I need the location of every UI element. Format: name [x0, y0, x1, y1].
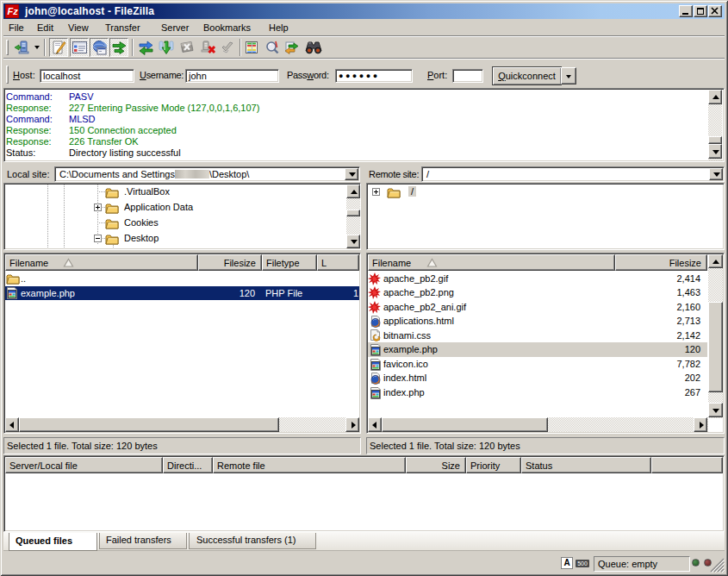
svg-text:Fz: Fz: [8, 6, 19, 16]
